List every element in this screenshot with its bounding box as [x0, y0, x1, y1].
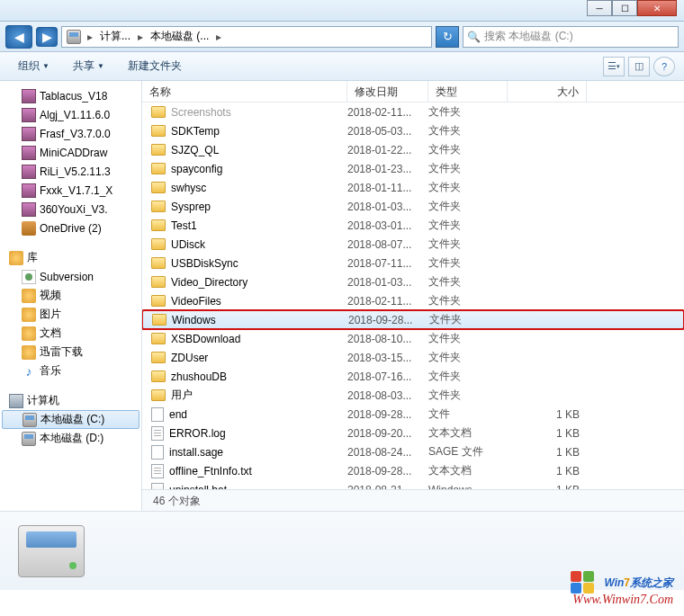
tree-item[interactable]: Algj_V1.11.6.0	[0, 105, 141, 124]
tree-header-computer[interactable]: 计算机	[0, 391, 141, 410]
tree-item[interactable]: Fxxk_V1.7.1_X	[0, 181, 141, 200]
tree-item-label: 文档	[40, 326, 61, 341]
toolbar: 组织▼ 共享▼ 新建文件夹 ☰▾ ◫ ?	[0, 52, 684, 81]
file-row[interactable]: install.sage2018-08-24...SAGE 文件1 KB	[142, 442, 684, 461]
tree-item[interactable]: MiniCADDraw	[0, 143, 141, 162]
close-button[interactable]: ✕	[637, 0, 677, 16]
tree-item[interactable]: ♪音乐	[0, 362, 141, 380]
file-date: 2018-01-22...	[347, 144, 428, 156]
music-icon: ♪	[22, 364, 36, 379]
file-row[interactable]: SJZQ_QL2018-01-22...文件夹	[142, 140, 684, 159]
folder-icon	[151, 352, 166, 363]
search-placeholder: 搜索 本地磁盘 (C:)	[484, 29, 573, 44]
tree-item[interactable]: Tablacus_V18	[0, 86, 141, 105]
new-folder-button[interactable]: 新建文件夹	[119, 55, 191, 77]
tree-item[interactable]: RiLi_V5.2.11.3	[0, 162, 141, 181]
file-icon	[151, 407, 164, 422]
file-name: install.sage	[169, 446, 223, 459]
folder-icon	[151, 125, 166, 137]
maximize-button[interactable]: ☐	[612, 0, 637, 16]
file-row[interactable]: Video_Directory2018-01-03...文件夹	[142, 272, 684, 291]
tree-item[interactable]: Subversion	[0, 267, 141, 286]
file-date: 2018-08-24...	[347, 446, 428, 459]
tree-item[interactable]: 本地磁盘 (D:)	[0, 429, 141, 448]
file-row[interactable]: Screenshots2018-02-11...文件夹	[142, 103, 684, 121]
file-date: 2018-03-15...	[347, 352, 428, 364]
file-date: 2018-01-03...	[347, 276, 428, 289]
file-row[interactable]: spayconfig2018-01-23...文件夹	[142, 159, 684, 178]
file-row[interactable]: Sysprep2018-01-03...文件夹	[142, 197, 684, 216]
file-row[interactable]: swhysc2018-01-11...文件夹	[142, 178, 684, 197]
file-row[interactable]: offline_FtnInfo.txt2018-09-28...文本文档1 KB	[142, 461, 684, 480]
batch-file-icon	[151, 483, 164, 490]
view-button[interactable]: ☰▾	[603, 57, 625, 76]
file-row[interactable]: ERROR.log2018-09-20...文本文档1 KB	[142, 424, 684, 442]
tree-item[interactable]: 360YouXi_V3.	[0, 200, 141, 219]
file-type: 文件夹	[428, 180, 508, 195]
watermark: Win7系统之家 Www.Winwin7.Com	[571, 570, 673, 607]
tree-item[interactable]: 文档	[0, 324, 141, 343]
file-row[interactable]: ZDUser2018-03-15...文件夹	[142, 348, 684, 367]
file-type: 文本文档	[428, 425, 508, 441]
file-name: Video_Directory	[171, 276, 248, 289]
file-row[interactable]: Windows2018-09-28...文件夹	[142, 310, 684, 329]
file-name: Windows	[172, 314, 216, 326]
folder-icon	[151, 389, 166, 401]
tree-header-libraries[interactable]: 库	[0, 248, 141, 267]
breadcrumb-drive[interactable]: 本地磁盘 (...	[147, 29, 212, 44]
file-row[interactable]: USBDiskSync2018-07-11...文件夹	[142, 254, 684, 272]
preview-pane-button[interactable]: ◫	[628, 57, 650, 76]
tree-item-label: 本地磁盘 (C:)	[40, 412, 104, 427]
file-row[interactable]: zhushouDB2018-07-16...文件夹	[142, 367, 684, 386]
file-type: 文件夹	[428, 388, 508, 403]
rar-icon	[22, 165, 36, 179]
folder-icon	[151, 257, 166, 269]
file-row[interactable]: SDKTemp2018-05-03...文件夹	[142, 121, 684, 140]
file-row[interactable]: UDisck2018-08-07...文件夹	[142, 235, 684, 254]
file-row[interactable]: VideoFiles2018-02-11...文件夹	[142, 291, 684, 310]
rar-icon	[22, 89, 36, 103]
breadcrumb-computer[interactable]: 计算...	[96, 29, 134, 44]
file-row[interactable]: 用户2018-08-03...文件夹	[142, 386, 684, 405]
col-type[interactable]: 类型	[428, 81, 508, 102]
chevron-icon[interactable]: ▸	[134, 31, 147, 43]
tree-item[interactable]: 视频	[0, 286, 141, 305]
file-row[interactable]: end2018-09-28...文件1 KB	[142, 405, 684, 424]
file-name: UDisck	[171, 238, 205, 251]
file-type: 文件夹	[428, 274, 508, 290]
back-button[interactable]: ◀	[5, 25, 32, 49]
tree-item[interactable]: Frasf_V3.7.0.0	[0, 124, 141, 143]
chevron-icon[interactable]: ▸	[84, 31, 96, 43]
col-name[interactable]: 名称	[142, 81, 347, 102]
tree-item[interactable]: 本地磁盘 (C:)	[2, 410, 140, 429]
file-date: 2018-01-03...	[347, 201, 428, 213]
file-date: 2018-09-20...	[347, 427, 428, 440]
tree-item-label: 360YouXi_V3.	[40, 203, 108, 216]
minimize-button[interactable]: ─	[587, 0, 612, 16]
search-input[interactable]: 🔍 搜索 本地磁盘 (C:)	[463, 26, 679, 48]
tree-item[interactable]: 迅雷下载	[0, 343, 141, 362]
folder-icon	[151, 370, 166, 382]
file-name: 用户	[171, 388, 193, 403]
forward-button[interactable]: ▶	[36, 27, 58, 47]
tree-item[interactable]: 图片	[0, 305, 141, 324]
share-button[interactable]: 共享▼	[64, 55, 113, 77]
file-row[interactable]: uninstall.bat2018-08-21...Windows ...1 K…	[142, 480, 684, 489]
breadcrumb[interactable]: ▸ 计算... ▸ 本地磁盘 (... ▸	[61, 26, 432, 48]
organize-button[interactable]: 组织▼	[9, 55, 58, 77]
tree-item[interactable]: OneDrive (2)	[0, 219, 141, 237]
refresh-button[interactable]: ↻	[436, 26, 459, 48]
folder-icon	[151, 238, 166, 250]
search-icon: 🔍	[467, 31, 481, 43]
file-row[interactable]: XSBDownload2018-08-10...文件夹	[142, 329, 684, 348]
file-type: 文件夹	[428, 293, 508, 308]
col-date[interactable]: 修改日期	[347, 81, 428, 102]
address-row: ◀ ▶ ▸ 计算... ▸ 本地磁盘 (... ▸ ↻ 🔍 搜索 本地磁盘 (C…	[0, 22, 684, 52]
file-date: 2018-07-11...	[347, 257, 428, 270]
help-button[interactable]: ?	[653, 57, 675, 76]
file-type: SAGE 文件	[428, 444, 508, 460]
chevron-icon[interactable]: ▸	[212, 31, 225, 43]
lib-icon	[22, 289, 36, 303]
col-size[interactable]: 大小	[508, 81, 587, 102]
file-row[interactable]: Test12018-03-01...文件夹	[142, 216, 684, 235]
